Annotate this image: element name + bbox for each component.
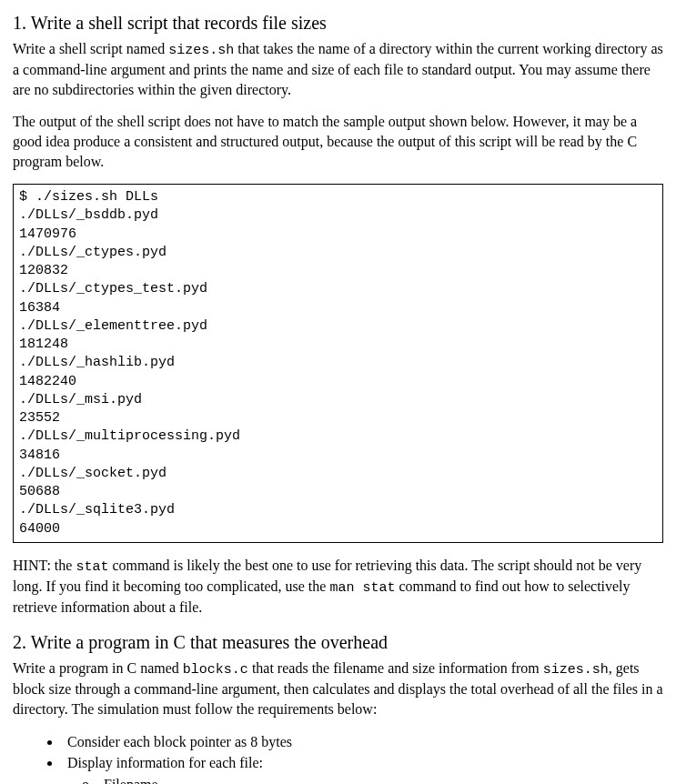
section-2-para-1: Write a program in C named blocks.c that… <box>13 658 663 719</box>
list-item: Consider each block pointer as 8 bytes <box>62 732 663 752</box>
text: Display information for each file: <box>67 755 263 770</box>
code-man-stat: man stat <box>329 580 395 596</box>
text: that reads the filename and size informa… <box>248 660 543 676</box>
code-sizes-sh-2: sizes.sh <box>543 662 609 678</box>
section-1-heading: 1. Write a shell script that records fil… <box>13 11 663 35</box>
section-1-para-1: Write a shell script named sizes.sh that… <box>13 39 663 99</box>
list-item: Display information for each file: Filen… <box>62 753 663 784</box>
requirements-list: Consider each block pointer as 8 bytes D… <box>13 732 663 785</box>
section-2-heading: 2. Write a program in C that measures th… <box>13 630 663 655</box>
text: Write a program in C named <box>13 660 183 676</box>
code-sizes-sh: sizes.sh <box>168 43 234 58</box>
text: Write a shell script named <box>13 41 168 56</box>
list-item: Filename <box>104 775 663 784</box>
code-stat: stat <box>76 559 108 575</box>
section-1-hint: HINT: the stat command is likely the bes… <box>13 556 663 618</box>
sub-list: Filename Filesize Number of blocks (numb… <box>67 775 663 784</box>
code-blocks-c: blocks.c <box>183 662 248 678</box>
section-1-para-2: The output of the shell script does not … <box>13 112 663 171</box>
text: HINT: the <box>13 558 76 573</box>
code-block-output: $ ./sizes.sh DLLs ./DLLs/_bsddb.pyd 1470… <box>13 184 663 543</box>
